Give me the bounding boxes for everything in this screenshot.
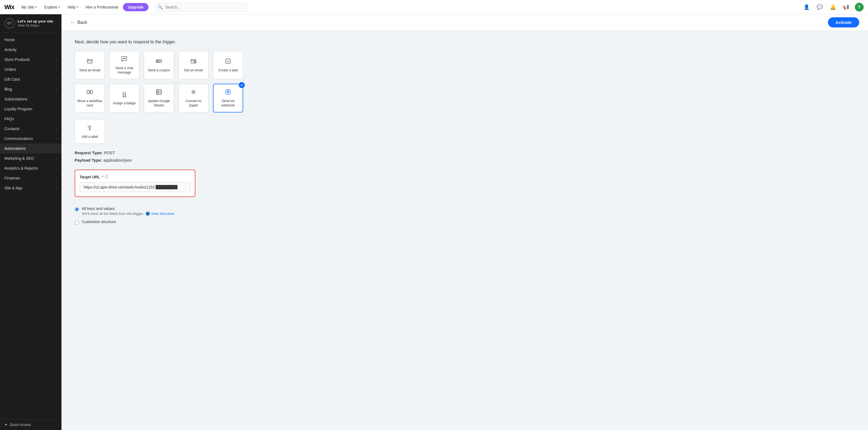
sidebar-item-blog[interactable]: Blog› — [0, 84, 61, 94]
info-icon: ⓘ — [105, 175, 108, 180]
action-label: Move a workflow card — [77, 99, 102, 108]
chevron-icon: › — [56, 186, 57, 190]
quick-access-button[interactable]: ✦ Quick Access — [0, 419, 61, 430]
radio-section: All keys and values We'll send all the f… — [75, 206, 257, 225]
target-url-section: Target URL * ⓘ — [75, 170, 195, 197]
sidebar-item-activity[interactable]: Activity — [0, 45, 61, 55]
action-card-send-email[interactable]: Send an email — [75, 51, 105, 79]
sidebar-item-contacts[interactable]: Contacts› — [0, 124, 61, 134]
svg-point-2 — [124, 58, 125, 59]
back-button[interactable]: ← Back — [70, 20, 87, 25]
sidebar-item-finances[interactable]: Finances› — [0, 173, 61, 183]
view-steps-chevron: › — [39, 24, 40, 27]
coupon-icon — [156, 58, 162, 66]
sidebar-item-subscriptions[interactable]: Subscriptions — [0, 94, 61, 104]
chevron-icon: › — [56, 166, 57, 170]
explore-chevron: ▾ — [58, 5, 60, 8]
chevron-icon: › — [56, 58, 57, 61]
chat-icon — [121, 56, 128, 64]
svg-point-22 — [89, 126, 91, 128]
search-icon: 🔍 — [158, 5, 163, 9]
customize-radio[interactable] — [75, 220, 79, 225]
target-url-input[interactable] — [80, 182, 190, 192]
sidebar-item-marketing-seo[interactable]: Marketing & SEO› — [0, 153, 61, 163]
action-card-assign-badge[interactable]: Assign a badge — [109, 84, 140, 113]
svg-point-3 — [125, 58, 125, 59]
sidebar-item-loyalty-program[interactable]: Loyalty Program — [0, 104, 61, 114]
search-bar: 🔍 — [155, 3, 248, 11]
avatar[interactable]: T — [855, 3, 864, 11]
sheets-icon — [156, 89, 162, 97]
sidebar-item-automations[interactable]: Automations — [0, 144, 61, 153]
action-label: Get an email — [184, 68, 203, 73]
sidebar-item-communications[interactable]: Communications› — [0, 134, 61, 144]
explore-menu[interactable]: Explore ▾ — [42, 3, 63, 11]
notifications-icon[interactable]: 🔔 — [829, 3, 837, 11]
section-title: Next, decide how you want to respond to … — [75, 39, 257, 44]
action-label: Update Google Sheets — [146, 99, 172, 108]
request-type-row: Request Type: POST — [75, 150, 257, 155]
action-label: Send a coupon — [148, 68, 170, 73]
messages-icon[interactable]: 💬 — [815, 3, 824, 11]
upgrade-button[interactable]: Upgrade — [123, 3, 149, 11]
customize-option: Customize structure — [75, 219, 257, 225]
all-keys-radio[interactable] — [75, 207, 79, 212]
view-structure-link[interactable]: 🔵 View Structure — [146, 212, 174, 216]
action-label: Send an email — [79, 68, 100, 73]
action-card-move-workflow[interactable]: Move a workflow card — [75, 84, 105, 113]
chevron-icon: › — [56, 127, 57, 130]
svg-rect-13 — [90, 90, 92, 94]
label-icon — [87, 124, 93, 132]
view-structure-icon: 🔵 — [146, 212, 150, 216]
webhook-icon — [225, 89, 231, 97]
action-card-send-chat[interactable]: Send a chat message — [109, 51, 140, 79]
sidebar-item-analytics-reports[interactable]: Analytics & Reports› — [0, 163, 61, 173]
add-label-card[interactable]: Add a label — [75, 119, 105, 144]
sidebar-item-site-app[interactable]: Site & App› — [0, 183, 61, 193]
sidebar-setup: 0/7 Let's set up your site View All Step… — [0, 14, 61, 33]
quick-access-icon: ✦ — [4, 423, 7, 427]
back-arrow-icon: ← — [70, 20, 75, 25]
task-icon — [225, 58, 231, 66]
sidebar-item-faqs[interactable]: FAQs — [0, 114, 61, 124]
chevron-icon: › — [56, 68, 57, 71]
nav-icons: 👤 💬 🔔 📢 T — [802, 3, 864, 11]
action-label: Send via webhook — [216, 99, 240, 108]
hire-professional-link[interactable]: Hire a Professional — [83, 3, 121, 11]
svg-point-20 — [193, 91, 194, 93]
sidebar-nav: HomeActivityStore Products›Orders›Gift C… — [0, 33, 61, 419]
search-input[interactable] — [155, 3, 248, 11]
sidebar-item-orders[interactable]: Orders› — [0, 64, 61, 74]
setup-title: Let's set up your site — [18, 19, 53, 24]
request-type-value: POST — [104, 150, 115, 155]
chevron-icon: › — [56, 78, 57, 81]
sidebar-item-gift-card[interactable]: Gift Card› — [0, 74, 61, 84]
workflow-icon — [87, 89, 93, 97]
customize-label: Customize structure — [82, 219, 116, 224]
action-card-send-coupon[interactable]: Send a coupon — [144, 51, 174, 79]
payload-type-row: Payload Type: application/json — [75, 158, 257, 162]
action-card-connect-zapier[interactable]: Connect to Zapier — [178, 84, 209, 113]
svg-point-6 — [157, 61, 158, 61]
wix-logo: Wix — [4, 4, 14, 11]
help-menu[interactable]: Help ▾ — [65, 3, 81, 11]
badge-icon — [121, 91, 128, 99]
action-label: Connect to Zapier — [181, 99, 206, 108]
selected-badge: ✓ — [239, 82, 245, 88]
action-card-send-webhook[interactable]: ✓ Send via webhook — [213, 84, 243, 113]
my-site-menu[interactable]: My Site ▾ — [19, 3, 39, 11]
view-all-steps-link[interactable]: View All Steps › — [18, 24, 53, 27]
all-keys-option: All keys and values We'll send all the f… — [75, 206, 257, 216]
action-card-update-sheets[interactable]: Update Google Sheets — [144, 84, 174, 113]
top-nav: Wix My Site ▾ Explore ▾ Help ▾ Hire a Pr… — [0, 0, 868, 14]
sidebar-item-home[interactable]: Home — [0, 35, 61, 45]
action-card-create-task[interactable]: Create a task — [213, 51, 243, 79]
required-asterisk: * — [101, 175, 103, 179]
add-label-text: Add a label — [82, 135, 98, 139]
sidebar-item-store-products[interactable]: Store Products› — [0, 55, 61, 64]
profile-icon[interactable]: 👤 — [802, 3, 811, 11]
activate-button[interactable]: Activate — [828, 17, 859, 27]
action-card-get-email[interactable]: Get an email — [178, 51, 209, 79]
chevron-icon: › — [56, 157, 57, 160]
broadcast-icon[interactable]: 📢 — [842, 3, 850, 11]
